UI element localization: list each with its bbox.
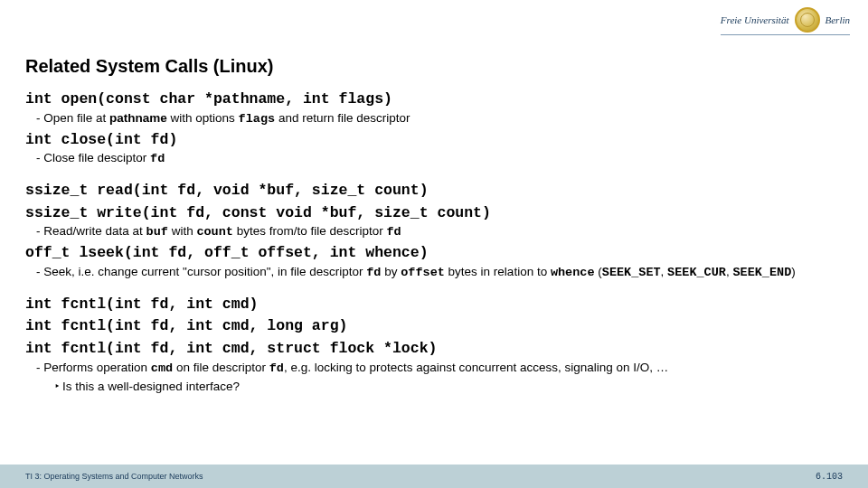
t: on file descriptor (173, 361, 269, 374)
t: bytes from/to file descriptor (233, 224, 387, 238)
fcntl-signature-2: int fcntl(int fd, int cmd, long arg) (25, 317, 843, 336)
t: , e.g. locking to protects against concu… (284, 361, 668, 374)
t: with options (167, 111, 239, 125)
footer-page: 6.103 (816, 472, 843, 482)
institution-prefix: Freie Universität (721, 14, 789, 25)
t: Seek, i.e. change current "cursor positi… (43, 265, 366, 278)
t: count (196, 225, 233, 239)
fcntl-signature-3: int fcntl(int fd, int cmd, struct flock … (25, 340, 843, 359)
t: fd (366, 266, 381, 279)
t: Read/write data at (43, 224, 146, 238)
t: with (168, 224, 197, 238)
t: ) (791, 265, 796, 278)
open-signature: int open(const char *pathname, int flags… (25, 90, 843, 109)
write-signature: ssize_t write(int fd, const void *buf, s… (25, 204, 843, 223)
footer: TI 3: Operating Systems and Computer Net… (0, 465, 868, 488)
close-signature: int close(int fd) (25, 131, 843, 150)
lseek-description: Seek, i.e. change current "cursor positi… (36, 265, 843, 281)
t: Close file desciptor (43, 151, 150, 164)
t: flags (239, 112, 276, 126)
t: whence (551, 266, 595, 279)
t: fd (386, 225, 401, 239)
t: buf (146, 225, 168, 239)
institution-header: Freie Universität Berlin (721, 7, 850, 35)
t: cmd (151, 361, 173, 375)
seal-icon (795, 7, 820, 33)
t: Open file at (43, 111, 109, 125)
t: and return file descriptor (275, 111, 410, 125)
t: fd (150, 152, 165, 165)
lseek-signature: off_t lseek(int fd, off_t offset, int wh… (25, 244, 843, 263)
t: pathname (109, 111, 167, 125)
t: SEEK_END (732, 266, 791, 279)
page-title: Related System Calls (Linux) (25, 56, 274, 77)
t: by (381, 265, 401, 278)
read-signature: ssize_t read(int fd, void *buf, size_t c… (25, 182, 843, 201)
fcntl-signature-1: int fcntl(int fd, int cmd) (25, 296, 843, 314)
t: fd (269, 361, 284, 375)
t: , (661, 265, 668, 278)
t: SEEK_SET (602, 266, 661, 279)
t: SEEK_CUR (667, 266, 726, 279)
close-description: Close file desciptor fd (36, 151, 843, 167)
content: int open(const char *pathname, int flags… (25, 87, 843, 395)
rw-description: Read/write data at buf with count bytes … (36, 224, 843, 240)
footer-course: TI 3: Operating Systems and Computer Net… (25, 472, 203, 481)
fcntl-description: Performs operation cmd on file descripto… (36, 361, 843, 377)
open-description: Open file at pathname with options flags… (36, 111, 843, 127)
institution-suffix: Berlin (826, 14, 851, 25)
t: Performs operation (43, 361, 151, 374)
design-question: Is this a well-designed interface? (54, 380, 843, 395)
t: offset (401, 266, 445, 279)
t: bytes in relation to (445, 265, 551, 278)
t: ( (595, 265, 602, 278)
